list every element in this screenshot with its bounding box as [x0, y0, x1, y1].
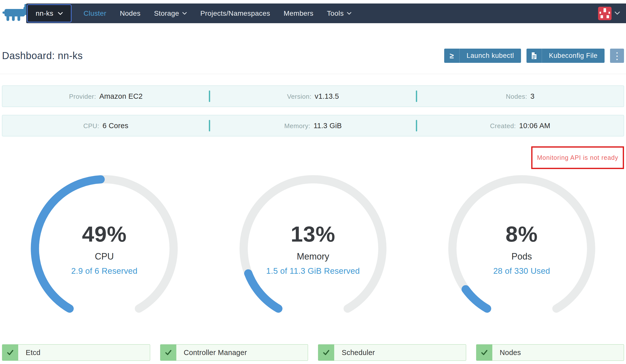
memory-gauge: 13% Memory 1.5 of 11.3 GiB Reserved [238, 174, 388, 323]
separator-tick [209, 91, 210, 102]
pods-label: Pods [512, 251, 532, 262]
more-actions-button[interactable]: ⋮ [610, 49, 624, 63]
info-value: 10:06 AM [519, 122, 550, 130]
pods-gauge-column: 8% Pods 28 of 330 Used [417, 174, 626, 323]
cluster-info-bar-1: Provider: Amazon EC2 Version: v1.13.5 No… [2, 86, 624, 107]
chevron-down-icon [615, 11, 620, 15]
status-nodes: Nodes [476, 344, 624, 361]
pods-detail: 28 of 330 Used [493, 266, 550, 276]
header-actions: ≥ Launch kubectl Kubeconfig File [444, 49, 624, 63]
monitoring-alert: Monitoring API is not ready [531, 146, 624, 169]
nav-item-label: Projects/Namespaces [200, 9, 270, 17]
navbar-right [598, 7, 626, 20]
memory-gauge-column: 13% Memory 1.5 of 11.3 GiB Reserved [209, 174, 417, 323]
info-label: CPU: [83, 122, 99, 130]
avatar[interactable] [598, 7, 612, 20]
info-cell-created: Created: 10:06 AM [417, 122, 624, 130]
check-icon [2, 345, 18, 361]
info-value: Amazon EC2 [99, 92, 143, 100]
info-value: 11.3 GiB [313, 122, 342, 130]
cpu-percent: 49% [82, 221, 127, 247]
kebab-icon: ⋮ [612, 51, 622, 61]
header-divider [0, 74, 626, 74]
cluster-switcher[interactable]: nn-ks [27, 4, 72, 22]
cpu-label: CPU [95, 251, 114, 262]
memory-detail: 1.5 of 11.3 GiB Reserved [266, 266, 360, 276]
pods-gauge: 8% Pods 28 of 330 Used [447, 174, 597, 323]
page-header: Dashboard: nn-ks ≥ Launch kubectl [0, 27, 626, 63]
nav-item-label: Storage [154, 9, 179, 17]
nav-item-storage[interactable]: Storage [154, 9, 187, 17]
nav-item-nodes[interactable]: Nodes [120, 9, 140, 17]
info-label: Nodes: [506, 93, 527, 100]
status-label: Nodes [500, 349, 521, 357]
cluster-info-bar-2: CPU: 6 Cores Memory: 11.3 GiB Created: 1… [2, 115, 624, 136]
status-label: Controller Manager [184, 349, 247, 357]
memory-percent: 13% [291, 221, 335, 247]
status-etcd: Etcd [2, 344, 150, 361]
nav-item-label: Tools [327, 9, 344, 17]
info-label: Memory: [284, 122, 311, 130]
check-icon [318, 345, 334, 361]
chevron-down-icon [347, 12, 351, 15]
info-cell-nodes: Nodes: 3 [417, 92, 624, 100]
nav-item-tools[interactable]: Tools [327, 9, 351, 17]
launch-kubectl-button[interactable]: ≥ Launch kubectl [444, 49, 521, 63]
kubeconfig-file-button[interactable]: Kubeconfig File [526, 49, 605, 63]
status-label: Etcd [26, 349, 40, 357]
info-label: Created: [490, 122, 516, 130]
gauges-section: Monitoring API is not ready 49% CPU 2.9 … [0, 144, 626, 323]
main-nav: Cluster Nodes Storage Projects/Namespace… [84, 9, 351, 17]
info-cell-memory: Memory: 11.3 GiB [209, 122, 417, 130]
check-icon [160, 345, 176, 361]
page-title: Dashboard: nn-ks [2, 50, 83, 61]
navbar-bar: nn-ks Cluster Nodes Storage Projects/Nam… [26, 3, 626, 23]
nav-item-members[interactable]: Members [284, 9, 313, 17]
cpu-gauge-column: 49% CPU 2.9 of 6 Reserved [0, 174, 209, 323]
pods-percent: 8% [506, 221, 538, 247]
nav-item-label: Nodes [120, 9, 140, 17]
separator-tick [209, 120, 210, 131]
cpu-detail: 2.9 of 6 Reserved [71, 266, 138, 276]
rancher-cluster-dashboard: ® nn-ks Cluster Nodes Storage [0, 0, 626, 361]
status-scheduler: Scheduler [318, 344, 466, 361]
file-icon [526, 49, 542, 63]
status-label: Scheduler [342, 349, 375, 357]
kubeconfig-file-label: Kubeconfig File [542, 52, 605, 60]
cpu-gauge-text: 49% CPU 2.9 of 6 Reserved [29, 174, 179, 323]
memory-label: Memory [297, 251, 329, 262]
memory-gauge-text: 13% Memory 1.5 of 11.3 GiB Reserved [238, 174, 388, 323]
separator-tick [416, 91, 417, 102]
nav-item-cluster[interactable]: Cluster [84, 9, 106, 17]
check-icon [476, 345, 492, 361]
info-label: Version: [287, 93, 312, 100]
chevron-down-icon [58, 12, 63, 15]
main-content: Dashboard: nn-ks ≥ Launch kubectl [0, 27, 626, 361]
cluster-switcher-label: nn-ks [36, 9, 53, 17]
info-cell-version: Version: v1.13.5 [209, 92, 417, 100]
info-cell-cpu: CPU: 6 Cores [2, 122, 209, 130]
alert-message: Monitoring API is not ready [537, 154, 618, 161]
chevron-down-icon [182, 12, 187, 15]
status-controller-manager: Controller Manager [160, 344, 308, 361]
info-label: Provider: [69, 93, 96, 100]
info-value: 3 [530, 92, 534, 100]
nav-item-projects-namespaces[interactable]: Projects/Namespaces [200, 9, 270, 17]
separator-tick [416, 120, 417, 131]
info-value: v1.13.5 [315, 92, 339, 100]
terminal-icon: ≥ [444, 49, 460, 63]
nav-item-label: Members [284, 9, 313, 17]
info-cell-provider: Provider: Amazon EC2 [2, 92, 209, 100]
user-menu-chevron[interactable] [615, 11, 620, 15]
launch-kubectl-label: Launch kubectl [460, 52, 521, 60]
top-navbar: ® nn-ks Cluster Nodes Storage [0, 0, 626, 27]
nav-item-label: Cluster [84, 9, 106, 17]
component-statuses: Etcd Controller Manager Scheduler Nodes [2, 344, 624, 361]
cpu-gauge: 49% CPU 2.9 of 6 Reserved [29, 174, 179, 323]
info-value: 6 Cores [103, 122, 128, 130]
pods-gauge-text: 8% Pods 28 of 330 Used [447, 174, 597, 323]
